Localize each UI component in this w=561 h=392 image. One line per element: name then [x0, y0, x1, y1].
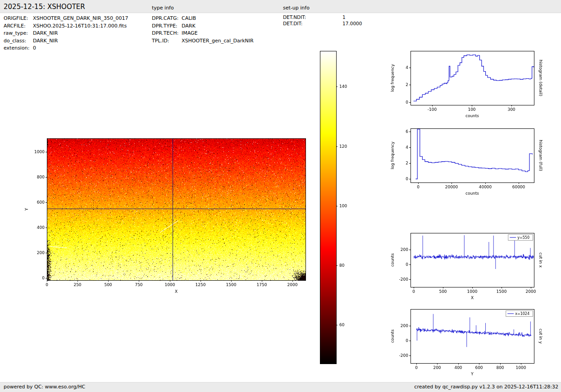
meta-label: DPR.TECH: — [152, 30, 182, 37]
meta-row: DET.DIT:17.0000 — [283, 21, 362, 27]
meta-label: extension: — [4, 45, 33, 52]
meta-value: DARK_NIR — [33, 30, 58, 36]
meta-row: DET.NDIT:1 — [283, 14, 362, 21]
dark-frame-heatmap — [23, 133, 311, 297]
meta-value: IMAGE — [182, 30, 198, 36]
histogram-full-plot — [388, 123, 543, 201]
cut-in-y-plot — [388, 303, 543, 382]
meta-row: TPL.ID:XSHOOTER_gen_cal_DarkNIR — [152, 37, 254, 45]
meta-row: DPR.TYPE:DARK — [152, 23, 254, 30]
type-info-heading: type info — [152, 5, 174, 11]
type-info-block: DPR.CATG:CALIB DPR.TYPE:DARK DPR.TECH:IM… — [152, 15, 254, 45]
meta-label: DPR.CATG: — [152, 15, 182, 23]
file-info-block: ORIGFILE:XSHOOTER_GEN_DARK_NIR_350_0017 … — [4, 15, 128, 52]
meta-label: DET.NDIT: — [283, 14, 342, 21]
meta-label: raw_type: — [4, 30, 33, 37]
meta-value: XSHOOTER_GEN_DARK_NIR_350_0017 — [33, 15, 128, 21]
meta-row: raw_type:DARK_NIR — [4, 30, 128, 37]
meta-label: TPL.ID: — [152, 37, 182, 45]
meta-row: DPR.TECH:IMAGE — [152, 30, 254, 37]
meta-row: do_class:DARK_NIR — [4, 37, 128, 45]
meta-value: DARK_NIR — [33, 38, 58, 44]
setup-info-heading: set-up info — [283, 5, 310, 11]
meta-value: DARK — [182, 23, 196, 29]
meta-row: ORIGFILE:XSHOOTER_GEN_DARK_NIR_350_0017 — [4, 15, 128, 23]
meta-row: DPR.CATG:CALIB — [152, 15, 254, 23]
meta-label: DET.DIT: — [283, 21, 342, 27]
colorbar — [318, 47, 356, 369]
meta-label: do_class: — [4, 37, 33, 45]
cut-in-x-plot — [388, 227, 543, 306]
histogram-detail-plot — [388, 45, 543, 124]
setup-info-block: DET.NDIT:1 DET.DIT:17.0000 — [283, 14, 362, 27]
meta-value: 17.0000 — [342, 21, 362, 26]
meta-value: CALIB — [182, 15, 196, 21]
footer-powered-by: powered by QC: www.eso.org/HC — [4, 384, 85, 390]
meta-value: 0 — [33, 45, 36, 51]
meta-row: extension:0 — [4, 45, 128, 52]
page-title: 2025-12-15: XSHOOTER — [4, 3, 85, 11]
meta-value: XSHOOTER_gen_cal_DarkNIR — [182, 38, 254, 44]
meta-label: DPR.TYPE: — [152, 23, 182, 30]
footer-created-by: created by qc_rawdisp.py v1.2.3 on 2025-… — [414, 384, 558, 390]
meta-row: ARCFILE:XSHOO.2025-12-16T10:31:17.000.fi… — [4, 23, 128, 30]
meta-value: XSHOO.2025-12-16T10:31:17.000.fits — [33, 23, 127, 29]
meta-value: 1 — [342, 14, 346, 20]
meta-label: ARCFILE: — [4, 23, 33, 30]
meta-label: ORIGFILE: — [4, 15, 33, 23]
